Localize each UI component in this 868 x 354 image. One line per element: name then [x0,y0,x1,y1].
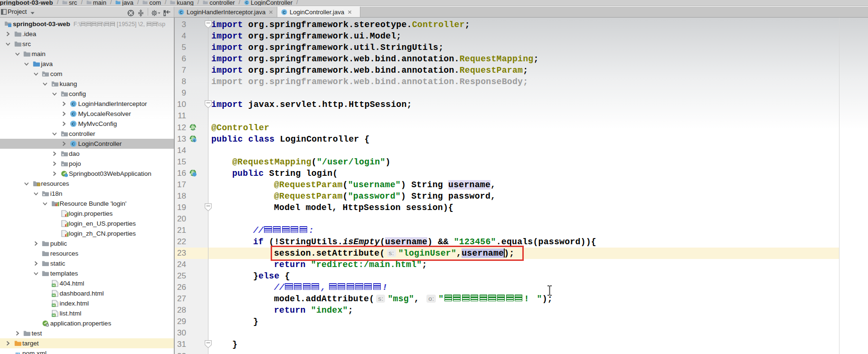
svg-text:H: H [52,284,55,287]
svg-text:H: H [52,304,55,307]
svg-text:C: C [72,111,75,116]
svg-text:C: C [179,10,182,14]
svg-text:H: H [52,314,55,317]
svg-text:C: C [283,10,285,14]
svg-text:c: c [193,138,196,143]
svg-text:C: C [72,121,75,126]
svg-text:H: H [52,294,55,297]
svg-text:C: C [72,141,75,146]
svg-text:m: m [15,350,20,354]
svg-text:C: C [72,101,75,106]
svg-text:C: C [245,1,248,4]
